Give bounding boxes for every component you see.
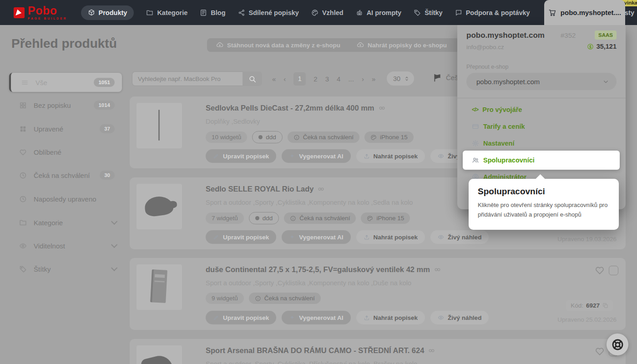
tooltip-title: Spolupracovníci [478, 187, 610, 197]
product-title: Sedlo SELLE ROYAL Rio Lady [206, 185, 324, 193]
chevron-down-icon [111, 218, 117, 225]
product-thumbnail [136, 103, 182, 148]
sidebar-item-kategorie[interactable]: Kategorie [9, 214, 122, 231]
button-label: Upravit popisek [223, 314, 269, 321]
tag-chip-label: ddd [263, 215, 273, 222]
nahrat-popisek-button[interactable]: Nahrát popisek [356, 311, 425, 324]
sidebar-item-stitky[interactable]: Štítky [9, 261, 122, 277]
vygenerovat-ai-button[interactable]: Vygenerovat AI [282, 149, 350, 163]
chat-icon [455, 9, 462, 16]
action-nahrat-popisky-do-e-shopu[interactable]: Nahrát popisky do e-shopu [357, 41, 447, 49]
panel-menu-nastaveni[interactable]: Nastavení [457, 136, 626, 150]
sidebar-item-viditelnost[interactable]: Viditelnost [9, 238, 122, 254]
pobo-logo[interactable]: Pobo PAGE BUILDER [14, 5, 67, 20]
sidebar-item-bez-popisku[interactable]: Bez popisku1014 [9, 97, 122, 113]
info-icon [293, 134, 300, 141]
nav-item-podpora-poptavky[interactable]: Podpora & poptávky [455, 9, 530, 16]
status-chip-label: Čeká na schválení [303, 134, 354, 141]
page-first[interactable]: « [272, 75, 276, 83]
sidebar-item-naposledy-upraveno[interactable]: Naposledy upraveno [9, 191, 122, 207]
page-3[interactable]: 3 [325, 75, 329, 83]
clock-icon [19, 172, 27, 179]
page-next[interactable]: › [362, 75, 364, 83]
product-actions: Upravit popisekVygenerovat AINahrát popi… [206, 149, 489, 163]
folder-icon [19, 219, 27, 227]
panel-menu-label: Spolupracovníci [483, 157, 535, 164]
page-last[interactable]: » [372, 75, 375, 83]
panel-menu-spolupracovnici[interactable]: Spolupracovníci [463, 151, 620, 170]
copy-icon[interactable] [602, 303, 608, 308]
cart-icon [548, 9, 556, 17]
box-label [155, 274, 165, 278]
palette-icon [367, 215, 373, 222]
upravit-popisek-button[interactable]: Upravit popisek [206, 230, 276, 244]
page-1[interactable]: 1 [293, 72, 306, 86]
tag-icon [19, 265, 27, 273]
nav-item-ai-prompty[interactable]: AI prompty [356, 9, 402, 16]
panel-menu-pro-vyvojare[interactable]: </>Pro vývojáře [457, 103, 626, 116]
clock-icon [19, 195, 27, 203]
nahrat-popisek-button[interactable]: Nahrát popisek [356, 149, 425, 163]
zivy-nahled-button[interactable]: Živý náhled [430, 311, 489, 324]
page-size-select[interactable]: 30 [387, 71, 414, 86]
tag-chip: ddd [252, 131, 283, 143]
code-icon: </> [472, 106, 478, 113]
product-checkbox[interactable] [609, 266, 618, 275]
heart-icon [19, 148, 27, 156]
nav-item-blog[interactable]: Blog [200, 9, 225, 16]
gear-icon [472, 140, 479, 147]
sidebar-item-oblibene[interactable]: Oblíbené [9, 144, 122, 160]
eshop-select[interactable]: pobo.myshoptet.com [466, 73, 617, 90]
status-chip-label: Čeká na schválení [264, 295, 315, 302]
menu-icon [21, 79, 29, 86]
saddle-image [143, 195, 174, 217]
status-chip: Čeká na schválení [249, 293, 321, 304]
button-label: Nahrát popisek [374, 314, 418, 321]
sidebar-item-upravene[interactable]: Upravené37 [9, 121, 122, 137]
favorite-heart-icon[interactable] [595, 265, 605, 275]
nav-item-label: Štítky [425, 9, 443, 16]
sidebar-item-label: Viditelnost [34, 242, 65, 250]
page-prev[interactable]: ‹ [283, 75, 286, 83]
product-updated-date: Upraveno 25.02.2026 [557, 316, 617, 323]
nav-item-vzhled[interactable]: Vzhled [311, 9, 344, 16]
eshop-select-value: pobo.myshoptet.com [476, 78, 540, 86]
vygenerovat-ai-button[interactable]: Vygenerovat AI [282, 311, 350, 324]
search-button[interactable] [243, 71, 262, 86]
zivy-nahled-button[interactable]: Živý náhled [430, 230, 489, 244]
product-chips: 7 widgetůdddČeká na schváleníiPhone 15 [206, 212, 410, 224]
sidebar-item-vse[interactable]: Vše1051 [9, 73, 122, 92]
shop-account-tab[interactable]: pobo.myshoptet.... [544, 0, 625, 25]
tag-chip-label: ddd [266, 134, 276, 141]
nav-item-kategorie[interactable]: Kategorie [146, 9, 187, 16]
product-title-text: Sport Arsenal BRAŠNA DO RÁMU CAMO - STŘE… [206, 346, 424, 355]
template-chip-label: iPhone 15 [380, 134, 408, 141]
favorite-heart-icon[interactable] [595, 346, 605, 356]
nav-item-sdilene-popisky[interactable]: Sdílené popisky [238, 9, 299, 16]
panel-menu-tarify-a-cenik[interactable]: Tarify a ceník [457, 120, 626, 133]
search-input[interactable] [132, 71, 243, 86]
page-2[interactable]: 2 [313, 75, 317, 83]
upravit-popisek-button[interactable]: Upravit popisek [206, 311, 276, 324]
sidebar-item-ceka-na-schvaleni[interactable]: Čeká na schválení30 [9, 167, 122, 183]
upload-icon [364, 314, 370, 321]
nav-item-produkty[interactable]: Produkty [81, 5, 134, 20]
nahrat-popisek-button[interactable]: Nahrát popisek [356, 230, 425, 244]
template-chip: iPhone 15 [361, 212, 410, 224]
cloud-upload-icon [357, 41, 364, 49]
help-fab-button[interactable] [607, 334, 628, 355]
page-4[interactable]: 4 [337, 75, 340, 83]
upravit-popisek-button[interactable]: Upravit popisek [206, 149, 276, 163]
vygenerovat-ai-button[interactable]: Vygenerovat AI [282, 230, 350, 244]
upload-icon [364, 153, 370, 159]
button-label: Živý náhled [448, 314, 481, 321]
product-title-text: Sedlo SELLE ROYAL Rio Lady [206, 185, 313, 193]
page-ellipsis[interactable]: ... [348, 75, 354, 83]
action-stahnout-nova-data-a-zmeny-z-e-shopu[interactable]: Stáhnout nová data a změny z e-shopu [216, 41, 340, 49]
nav-item-stitky[interactable]: Štítky [414, 9, 443, 16]
language-label: Češ [446, 74, 458, 81]
language-selector[interactable]: Češ [433, 73, 458, 82]
status-chip: Čeká na schválení [284, 212, 356, 224]
panel-email: info@pobo.cz [466, 44, 504, 51]
link-icon [434, 266, 441, 273]
